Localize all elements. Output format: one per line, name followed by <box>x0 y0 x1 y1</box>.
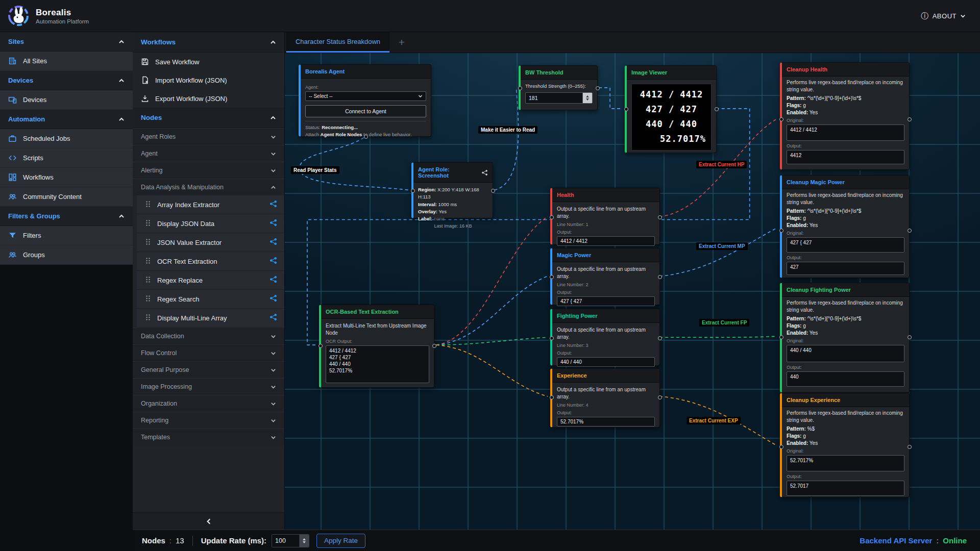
nav-section-devices[interactable]: Devices <box>0 71 133 90</box>
category-organization[interactable]: Organization <box>133 395 284 412</box>
port-left[interactable] <box>550 275 554 279</box>
node-cleanup-magic-power[interactable]: Cleanup Magic Power Performs live regex-… <box>780 175 910 278</box>
port-left[interactable] <box>411 189 415 193</box>
tab-character-status-breakdown[interactable]: Character Status Breakdown <box>286 32 389 53</box>
output-textarea[interactable]: 52.7017 <box>787 481 904 496</box>
about-menu[interactable]: ⓘ ABOUT <box>921 11 966 21</box>
node-fighting-power[interactable]: Fighting Power Output a specific line fr… <box>550 309 660 366</box>
drag-handle-icon[interactable] <box>145 295 151 304</box>
node-image-viewer[interactable]: Image Viewer 4412 / 4412 427 / 427 440 /… <box>625 65 717 153</box>
ocr-output-textarea[interactable]: 4412 / 4412 427 { 427 440 / 440 52.7017% <box>326 345 429 383</box>
port-left[interactable] <box>550 395 554 399</box>
connect-to-agent-button[interactable]: Connect to Agent <box>305 105 426 117</box>
category-agent[interactable]: Agent <box>133 145 284 162</box>
save-workflow-button[interactable]: Save Workflow <box>133 53 284 71</box>
export-workflow-button[interactable]: Export Workflow (JSON) <box>133 89 284 108</box>
port-right[interactable] <box>596 86 600 90</box>
import-workflow-button[interactable]: Import Workflow (JSON) <box>133 71 284 89</box>
node-agent-role-screenshot[interactable]: Agent Role: Screenshot Region: X:200 Y:4… <box>411 162 493 218</box>
category-templates[interactable]: Templates <box>133 429 284 445</box>
port-left[interactable] <box>779 445 783 449</box>
add-tab-button[interactable]: + <box>389 32 414 53</box>
share-icon[interactable] <box>270 219 277 228</box>
share-icon[interactable] <box>270 313 277 322</box>
port-left[interactable] <box>550 336 554 340</box>
sidebar-item-groups[interactable]: Groups <box>0 245 133 265</box>
share-icon[interactable] <box>481 169 488 176</box>
output-textarea[interactable]: 427 <box>787 262 904 275</box>
sidebar-item-scheduled-jobs[interactable]: Scheduled Jobs <box>0 129 133 148</box>
node-item-array-index-extractor[interactable]: Array Index Extractor <box>137 195 284 214</box>
category-alerting[interactable]: Alerting <box>133 162 284 179</box>
original-textarea[interactable]: 52.7017% <box>787 455 904 471</box>
output-input[interactable] <box>557 296 655 306</box>
original-textarea[interactable]: 4412 / 4412 <box>787 124 904 141</box>
port-left[interactable] <box>318 344 323 348</box>
output-textarea[interactable]: 4412 <box>787 150 904 164</box>
drag-handle-icon[interactable] <box>145 238 151 247</box>
port-right[interactable] <box>908 335 912 339</box>
port-right[interactable] <box>908 445 912 449</box>
share-icon[interactable] <box>270 257 277 266</box>
port-left[interactable] <box>550 215 554 219</box>
node-cleanup-fighting-power[interactable]: Cleanup Fighting Power Performs live reg… <box>780 283 910 393</box>
port-left[interactable] <box>779 229 783 233</box>
output-input[interactable] <box>557 357 655 367</box>
category-reporting[interactable]: Reporting <box>133 412 284 429</box>
node-item-display-multi-line-array[interactable]: Display Multi-Line Array <box>137 309 284 328</box>
original-textarea[interactable]: 427 { 427 <box>787 237 904 253</box>
share-icon[interactable] <box>270 276 277 285</box>
number-stepper[interactable] <box>582 93 592 103</box>
node-health[interactable]: Health Output a specific line from an up… <box>550 188 660 245</box>
port-right[interactable] <box>491 189 495 193</box>
drag-handle-icon[interactable] <box>145 201 151 209</box>
drag-handle-icon[interactable] <box>145 257 151 266</box>
port-left[interactable] <box>779 335 783 339</box>
output-textarea[interactable]: 440 <box>787 371 904 387</box>
port-right[interactable] <box>658 395 662 399</box>
original-textarea[interactable]: 440 / 440 <box>787 345 904 362</box>
node-experience[interactable]: Experience Output a specific line from a… <box>550 368 660 428</box>
node-ocr-text-extraction[interactable]: OCR-Based Text Extraction Extract Multi-… <box>319 305 434 388</box>
share-icon[interactable] <box>270 294 277 304</box>
nav-section-automation[interactable]: Automation <box>0 110 133 129</box>
node-magic-power[interactable]: Magic Power Output a specific line from … <box>550 248 660 305</box>
nav-section-filters-groups[interactable]: Filters & Groups <box>0 207 133 226</box>
sidebar-item-filters[interactable]: Filters <box>0 226 133 245</box>
output-input[interactable] <box>557 236 655 246</box>
category-data-collection[interactable]: Data Collection <box>133 328 284 344</box>
sidebar-item-all-sites[interactable]: All Sites <box>0 52 133 71</box>
sidebar-item-community-content[interactable]: Community Content <box>0 187 133 207</box>
node-item-ocr-text-extraction[interactable]: OCR Text Extraction <box>137 252 284 271</box>
port-left[interactable] <box>779 117 783 121</box>
node-item-regex-search[interactable]: Regex Search <box>137 290 284 309</box>
drag-handle-icon[interactable] <box>145 276 151 285</box>
agent-select[interactable]: -- Select -- <box>305 91 426 101</box>
port-left[interactable] <box>624 107 628 111</box>
port-right[interactable] <box>908 229 912 233</box>
port-right[interactable] <box>908 117 912 121</box>
nodes-panel-header[interactable]: Nodes <box>133 108 284 128</box>
sidebar-item-workflows[interactable]: Workflows <box>0 168 133 187</box>
category-agent-roles[interactable]: Agent Roles <box>133 128 284 145</box>
port-right[interactable] <box>658 336 662 340</box>
collapse-panel-button[interactable] <box>133 512 284 530</box>
port-right[interactable] <box>658 215 662 219</box>
category-image-processing[interactable]: Image Processing <box>133 378 284 395</box>
node-bw-threshold[interactable]: BW Threshold Threshold Strength (0–255): <box>519 65 598 110</box>
port-left[interactable] <box>518 86 522 90</box>
node-cleanup-experience[interactable]: Cleanup Experience Performs live regex-b… <box>780 393 910 497</box>
node-item-display-json-data[interactable]: Display JSON Data <box>137 214 284 233</box>
nav-section-sites[interactable]: Sites <box>0 32 133 52</box>
category-data-analysis[interactable]: Data Analysis & Manipulation <box>133 179 284 195</box>
sidebar-item-devices[interactable]: Devices <box>0 90 133 110</box>
sidebar-item-scripts[interactable]: Scripts <box>0 148 133 168</box>
node-cleanup-health[interactable]: Cleanup Health Performs live regex-based… <box>780 62 910 170</box>
share-icon[interactable] <box>270 238 277 247</box>
workflows-panel-header[interactable]: Workflows <box>133 32 284 53</box>
node-item-json-value-extractor[interactable]: JSON Value Extractor <box>137 233 284 252</box>
category-general-purpose[interactable]: General Purpose <box>133 361 284 378</box>
port-right[interactable] <box>432 344 436 348</box>
apply-rate-button[interactable]: Apply Rate <box>316 534 365 548</box>
threshold-input[interactable] <box>526 93 582 103</box>
